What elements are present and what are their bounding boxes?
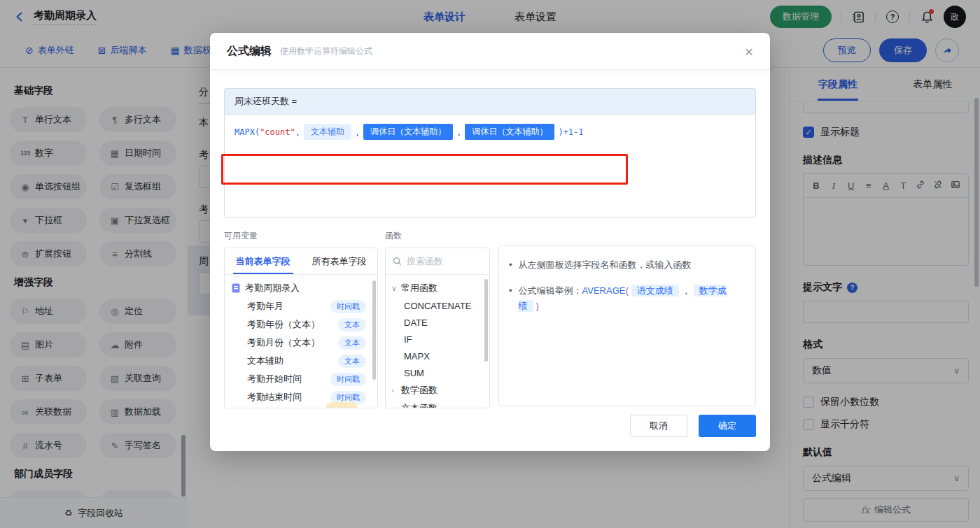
formula-target-field: 周末还班天数 = (225, 89, 755, 115)
chevron-down-icon: ∨ (391, 284, 401, 293)
example-function-name: AVERAGE (582, 285, 626, 296)
tab-all-form-fields[interactable]: 所有表单字段 (301, 248, 377, 274)
tab-current-form-fields[interactable]: 当前表单字段 (225, 248, 301, 274)
function-item[interactable]: SUM (386, 364, 489, 381)
modal-title: 公式编辑 (227, 44, 272, 59)
modal-subtitle: 使用数学运算符编辑公式 (280, 45, 372, 57)
function-item[interactable]: IF (386, 331, 489, 348)
formula-string-arg: "count" (260, 127, 295, 137)
function-item[interactable]: CONCATENATE (386, 297, 489, 314)
variable-row[interactable]: 考勤开始时间时间戳 (225, 370, 377, 388)
function-search-input[interactable]: 搜索函数 (386, 248, 489, 275)
function-group-math[interactable]: ›数学函数 (386, 381, 489, 399)
type-badge: 时间戳 (330, 373, 366, 386)
type-badge: 文本 (338, 355, 366, 368)
formula-function: MAPX( (234, 127, 260, 137)
function-item[interactable]: MAPX (386, 348, 489, 364)
functions-scrollbar[interactable] (484, 279, 488, 362)
function-group-text[interactable]: ›文本函数 (386, 399, 489, 408)
type-badge: 时间戳 (330, 300, 366, 313)
bullet-icon: • (509, 283, 512, 299)
formula-editor-box: 周末还班天数 = MAPX("count",文本辅助,调休日（文本辅助）,调休日… (224, 88, 756, 217)
help-section-spacer (498, 230, 756, 240)
formula-input-area[interactable]: MAPX("count",文本辅助,调休日（文本辅助）,调休日（文本辅助）)+1… (225, 115, 755, 149)
functions-section-label: 函数 (385, 230, 490, 242)
chevron-right-icon: › (391, 404, 401, 408)
close-icon[interactable]: × (745, 44, 753, 59)
function-item[interactable]: DATE (386, 314, 489, 331)
variable-row[interactable]: 考勤年份（文本）文本 (225, 315, 377, 334)
formula-editor-modal: 公式编辑 使用数学运算符编辑公式 × 周末还班天数 = MAPX("count"… (210, 33, 770, 451)
modal-footer: 取消 确定 (630, 415, 756, 437)
bullet-icon: • (509, 257, 512, 273)
example-field-token: 语文成绩 (631, 285, 679, 297)
chevron-right-icon: › (391, 386, 401, 394)
variables-tabs: 当前表单字段 所有表单字段 (225, 248, 377, 275)
field-token-selected[interactable]: 调休日（文本辅助） (465, 124, 554, 140)
type-badge-partial (326, 402, 358, 408)
cancel-button[interactable]: 取消 (630, 415, 687, 437)
variable-row[interactable]: 考勤年月时间戳 (225, 297, 377, 315)
field-token-light[interactable]: 文本辅助 (304, 124, 351, 140)
functions-panel: 搜索函数 ∨常用函数 CONCATENATE DATE IF MAPX SUM … (385, 248, 490, 408)
confirm-button[interactable]: 确定 (699, 415, 756, 437)
help-line-2: • 公式编辑举例：AVERAGE(语文成绩，数学成绩) (509, 283, 746, 314)
modal-header: 公式编辑 使用数学运算符编辑公式 × (210, 33, 770, 70)
function-group-common[interactable]: ∨常用函数 (386, 279, 489, 297)
variables-section-label: 可用变量 (224, 230, 378, 242)
formula-tail: )+1-1 (558, 127, 583, 137)
variable-row[interactable]: 文本辅助文本 (225, 352, 377, 370)
type-badge: 文本 (338, 318, 366, 331)
help-line-1: • 从左侧面板选择字段名和函数，或输入函数 (509, 257, 746, 273)
variables-root-node[interactable]: 考勤周期录入 (225, 279, 377, 297)
formula-help-panel: • 从左侧面板选择字段名和函数，或输入函数 • 公式编辑举例：AVERAGE(语… (498, 245, 756, 406)
search-icon (393, 257, 402, 266)
field-token-selected[interactable]: 调休日（文本辅助） (363, 124, 453, 140)
form-doc-icon (232, 283, 240, 293)
variables-scrollbar[interactable] (372, 280, 376, 380)
search-placeholder: 搜索函数 (407, 255, 443, 268)
variables-panel: 当前表单字段 所有表单字段 考勤周期录入 考勤年月时间戳 考勤年份（文本）文本 … (224, 248, 378, 408)
type-badge: 文本 (338, 336, 366, 350)
variable-row[interactable]: 考勤月份（文本）文本 (225, 334, 377, 352)
